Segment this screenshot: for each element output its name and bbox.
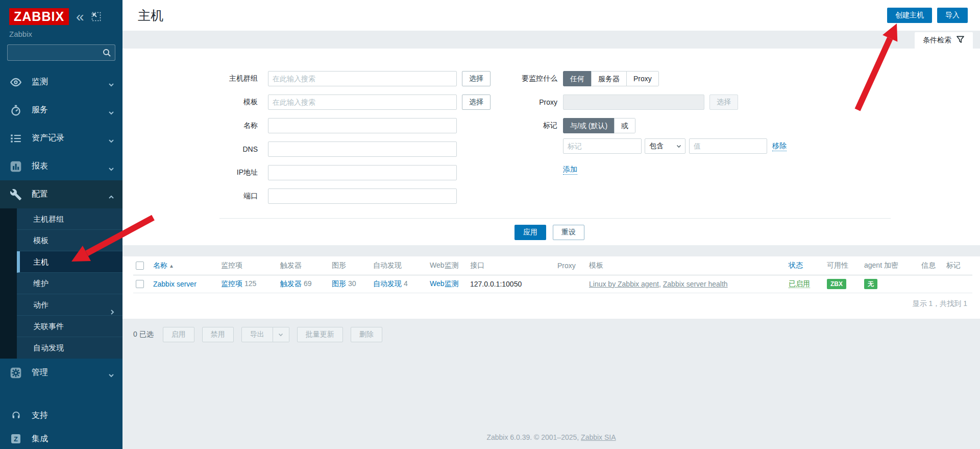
sidebar-item-label: 支持 (32, 410, 122, 421)
triggers-link[interactable]: 触发器 (280, 279, 302, 288)
web-link[interactable]: Web监测 (430, 279, 459, 288)
reset-button[interactable]: 重设 (553, 225, 584, 240)
headset-icon (0, 410, 32, 421)
filter-tab[interactable]: 条件检索 (915, 32, 973, 49)
stopwatch-icon (0, 104, 32, 117)
col-name[interactable]: 名称▲ (151, 256, 218, 275)
sidebar-item-inventory[interactable]: 资产记录 (0, 124, 122, 152)
footer-zabbix-sia-link[interactable]: Zabbix SIA (581, 433, 616, 441)
apply-button[interactable]: 应用 (514, 225, 546, 240)
bar-chart-icon (0, 160, 32, 173)
sidebar-item-integrations[interactable]: Z 集成 (0, 427, 122, 449)
import-button[interactable]: 导入 (937, 8, 968, 23)
sidebar-pin-icon[interactable] (91, 12, 101, 21)
status-enabled-link[interactable]: 已启用 (789, 279, 810, 288)
sidebar-subitem-maintenance[interactable]: 维护 (17, 273, 122, 294)
proxy-select-button: 选择 (709, 94, 738, 110)
col-tags: 标记 (944, 256, 972, 275)
tags-cell (944, 275, 972, 293)
mass-update-button[interactable]: 批量更新 (297, 327, 343, 342)
export-dropdown-button[interactable] (273, 327, 289, 342)
template-link[interactable]: Linux by Zabbix agent (589, 280, 659, 288)
tags-and-or[interactable]: 与/或 (默认) (563, 118, 615, 133)
tag-name-input[interactable] (563, 138, 642, 154)
tag-operator-select[interactable]: 包含 (645, 138, 685, 154)
sidebar-menu: 监测 服务 资产记录 报表 (0, 68, 122, 387)
disable-button[interactable]: 禁用 (202, 327, 234, 342)
select-all-checkbox[interactable] (136, 262, 144, 270)
enable-button[interactable]: 启用 (163, 327, 194, 342)
triggers-count: 69 (304, 279, 312, 288)
proxy-cell (555, 275, 586, 293)
templates-input[interactable] (268, 94, 457, 110)
footer-version-text: Zabbix 6.0.39. © 2001–2025, (486, 433, 581, 441)
sidebar-subitem-discovery[interactable]: 自动发现 (17, 337, 122, 359)
graphs-link[interactable]: 图形 (332, 279, 346, 288)
filter-panel: 主机群组 选择 模板 选择 名称 DNS IP地 (122, 49, 980, 245)
sidebar-item-support[interactable]: 支持 (0, 404, 122, 427)
sidebar-subitem-host-groups[interactable]: 主机群组 (17, 208, 122, 230)
sidebar: ZABBIX « Zabbix 监测 (0, 0, 122, 449)
chevron-down-icon (108, 371, 114, 379)
sidebar-item-label: 集成 (32, 434, 122, 444)
col-proxy: Proxy (555, 256, 586, 275)
sidebar-collapse-icon[interactable]: « (76, 12, 84, 22)
sidebar-subitem-templates[interactable]: 模板 (17, 230, 122, 251)
col-interface: 接口 (468, 256, 555, 275)
main-content: 主机 创建主机 导入 条件检索 主机群组 选择 (122, 0, 980, 449)
col-templates: 模板 (586, 256, 786, 275)
host-groups-input[interactable] (268, 71, 457, 86)
sidebar-search-input[interactable] (7, 44, 115, 61)
page-title: 主机 (138, 7, 163, 24)
proxy-input (563, 94, 704, 110)
chevron-down-icon (676, 145, 681, 148)
ip-input[interactable] (268, 165, 457, 180)
configuration-submenu: 主机群组 模板 主机 维护 动作 关联事件 自动发现 (0, 208, 122, 359)
sidebar-subitem-event-correlation[interactable]: 关联事件 (17, 316, 122, 337)
monitored-by-server[interactable]: 服务器 (591, 71, 627, 86)
col-status[interactable]: 状态 (786, 256, 824, 275)
tag-add-link[interactable]: 添加 (563, 165, 577, 175)
zabbix-logo[interactable]: ZABBIX (9, 8, 69, 25)
monitored-by-proxy[interactable]: Proxy (626, 71, 659, 86)
search-icon[interactable] (102, 48, 111, 59)
monitored-by-label: 要监控什么 (480, 74, 557, 83)
chevron-down-icon (108, 80, 114, 88)
tag-remove-link[interactable]: 移除 (772, 141, 787, 151)
table-stats: 显示 1，共找到 1 (133, 293, 970, 309)
sidebar-item-reports[interactable]: 报表 (0, 152, 122, 180)
host-name-link[interactable]: Zabbix server (153, 280, 197, 288)
tag-operator-value: 包含 (649, 141, 664, 151)
availability-zbx-badge[interactable]: ZBX (827, 279, 846, 289)
name-input[interactable] (268, 118, 457, 133)
wrench-icon (0, 188, 32, 201)
col-availability: 可用性 (824, 256, 862, 275)
monitored-by-any[interactable]: 任何 (563, 71, 592, 86)
dns-input[interactable] (268, 141, 457, 157)
sidebar-subitem-actions[interactable]: 动作 (17, 294, 122, 316)
port-label: 端口 (122, 192, 258, 201)
delete-button[interactable]: 删除 (351, 327, 382, 342)
port-input[interactable] (268, 188, 457, 204)
tag-value-input[interactable] (689, 138, 767, 154)
sidebar-search (7, 44, 115, 61)
agent-encryption-badge[interactable]: 无 (864, 279, 877, 289)
items-link[interactable]: 监控项 (221, 279, 242, 288)
sidebar-item-configuration[interactable]: 配置 (0, 180, 122, 208)
dns-label: DNS (122, 145, 258, 153)
sidebar-item-monitoring[interactable]: 监测 (0, 68, 122, 96)
tags-or[interactable]: 或 (614, 118, 635, 133)
submenu-strip (0, 208, 17, 359)
sidebar-subitem-hosts[interactable]: 主机 (17, 251, 122, 273)
export-split-button: 导出 (241, 327, 289, 342)
server-name: Zabbix (0, 25, 122, 44)
export-button[interactable]: 导出 (241, 327, 273, 342)
row-checkbox[interactable] (136, 280, 144, 288)
discovery-link[interactable]: 自动发现 (373, 279, 402, 288)
create-host-button[interactable]: 创建主机 (887, 8, 932, 23)
sidebar-item-services[interactable]: 服务 (0, 96, 122, 124)
sidebar-item-administration[interactable]: 管理 (0, 359, 122, 387)
template-link[interactable]: Zabbix server health (663, 280, 728, 288)
template-separator: , (659, 280, 663, 288)
col-graphs: 图形 (329, 256, 371, 275)
